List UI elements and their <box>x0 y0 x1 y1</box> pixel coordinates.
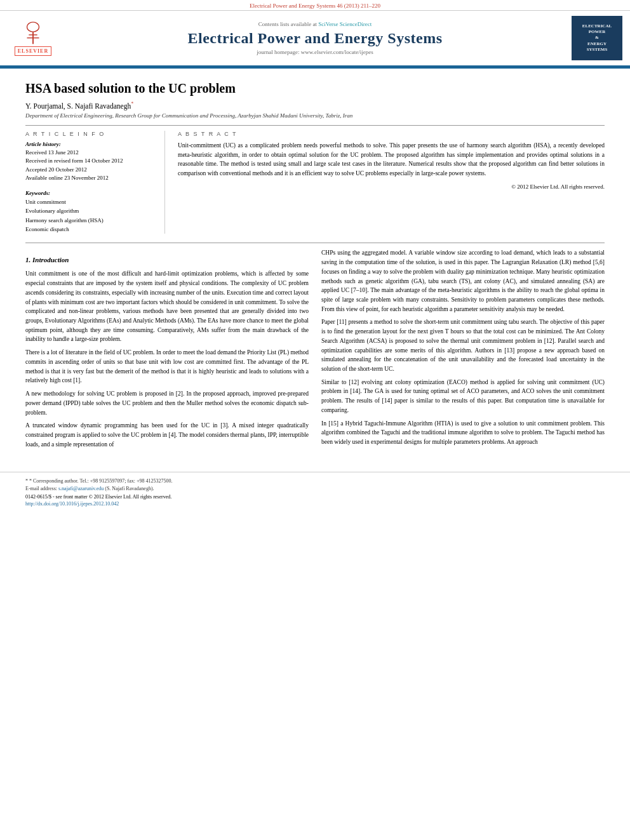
copyright-line: © 2012 Elsevier Ltd. All rights reserved… <box>178 183 605 190</box>
email-link[interactable]: s.najafi@azaruniv.edu <box>58 486 104 491</box>
intro-heading: 1. Introduction <box>25 255 309 265</box>
doi-link[interactable]: http://dx.doi.org/10.1016/j.ijepes.2012.… <box>25 501 119 507</box>
journal-bar: Electrical Power and Energy Systems 46 (… <box>0 0 630 11</box>
keyword-1: Unit commitment <box>25 197 154 206</box>
sciverse-prefix: Contents lists available at <box>258 21 318 27</box>
intro-para-3: A new methodology for solving UC problem… <box>25 389 309 417</box>
authors-text: Y. Pourjamal, S. Najafi Ravadanegh <box>25 102 131 110</box>
keyword-4: Economic dispatch <box>25 225 154 234</box>
logo-right-text: ELECTRICAL POWER & ENERGY SYSTEMS <box>582 23 612 52</box>
article-info-column: A R T I C L E I N F O Article history: R… <box>25 131 165 234</box>
elsevier-tree-icon <box>14 21 52 46</box>
divider-2 <box>25 243 605 243</box>
copyright-footer: 0142-0615/$ - see front matter © 2012 El… <box>25 494 605 500</box>
sciverse-line: Contents lists available at SciVerse Sci… <box>65 21 565 27</box>
elsevier-logo-left: ELSEVIER <box>8 21 58 56</box>
right-para-2: Paper [11] presents a method to solve th… <box>321 317 605 373</box>
received-1: Received 13 June 2012 <box>25 149 154 157</box>
revised: Received in revised form 14 October 2012 <box>25 157 154 166</box>
abstract-column: A B S T R A C T Unit-commitment (UC) as … <box>178 131 605 234</box>
keyword-2: Evolutionary algorithm <box>25 206 154 215</box>
journal-citation: Electrical Power and Energy Systems 46 (… <box>250 3 380 9</box>
right-para-4: In [15] a Hybrid Taguchi-Immune Algorith… <box>321 419 605 447</box>
affiliation: Department of Electrical Engineering, Re… <box>25 112 605 119</box>
footer-area: * * Corresponding author. Tel.: +98 9125… <box>0 472 630 510</box>
email-label: E-mail address: <box>25 486 58 491</box>
article-title: HSA based solution to the UC problem <box>25 81 605 96</box>
journal-title: Electrical Power and Energy Systems <box>65 30 565 47</box>
main-content: HSA based solution to the UC problem Y. … <box>0 69 630 465</box>
info-abstract-section: A R T I C L E I N F O Article history: R… <box>25 131 605 234</box>
email-footnote: E-mail address: s.najafi@azaruniv.edu (S… <box>25 485 605 493</box>
journal-logo-right: ELECTRICAL POWER & ENERGY SYSTEMS <box>572 16 622 60</box>
corresponding-note: * Corresponding author. Tel.: +98 912559… <box>29 478 172 484</box>
corresponding-asterisk: * <box>131 101 133 107</box>
corresponding-footnote: * * Corresponding author. Tel.: +98 9125… <box>25 477 605 485</box>
right-para-1: CHPs using the aggregated model. A varia… <box>321 248 605 314</box>
elsevier-text: ELSEVIER <box>15 46 51 56</box>
abstract-label: A B S T R A C T <box>178 131 605 137</box>
intro-para-4: A truncated window dynamic programming h… <box>25 421 309 449</box>
body-section: 1. Introduction Unit commitment is one o… <box>25 248 605 453</box>
keywords-label: Keywords: <box>25 190 154 196</box>
accepted: Accepted 20 October 2012 <box>25 166 154 175</box>
header-area: ELSEVIER Contents lists available at Sci… <box>0 11 630 67</box>
email-suffix: (S. Najafi Ravadanegh). <box>105 486 154 491</box>
right-para-3: Similar to [12] evolving ant colony opti… <box>321 378 605 415</box>
intro-para-1: Unit commitment is one of the most diffi… <box>25 269 309 344</box>
journal-homepage: journal homepage: www.elsevier.com/locat… <box>65 49 565 55</box>
article-info-label: A R T I C L E I N F O <box>25 131 154 137</box>
body-left-col: 1. Introduction Unit commitment is one o… <box>25 248 309 453</box>
authors-line: Y. Pourjamal, S. Najafi Ravadanegh* <box>25 101 605 110</box>
history-label: Article history: <box>25 141 154 147</box>
keywords-list: Unit commitment Evolutionary algorithm H… <box>25 197 154 234</box>
abstract-text: Unit-commitment (UC) as a complicated pr… <box>178 141 605 178</box>
divider-1 <box>25 125 605 126</box>
doi-line: http://dx.doi.org/10.1016/j.ijepes.2012.… <box>25 501 605 507</box>
keyword-3: Harmony search algorithm (HSA) <box>25 216 154 225</box>
available-online: Available online 23 November 2012 <box>25 174 154 183</box>
sciverse-link[interactable]: SciVerse ScienceDirect <box>318 21 372 27</box>
header-center: Contents lists available at SciVerse Sci… <box>65 21 565 55</box>
body-right-col: CHPs using the aggregated model. A varia… <box>321 248 605 453</box>
intro-para-2: There is a lot of literature in the fiel… <box>25 348 309 385</box>
